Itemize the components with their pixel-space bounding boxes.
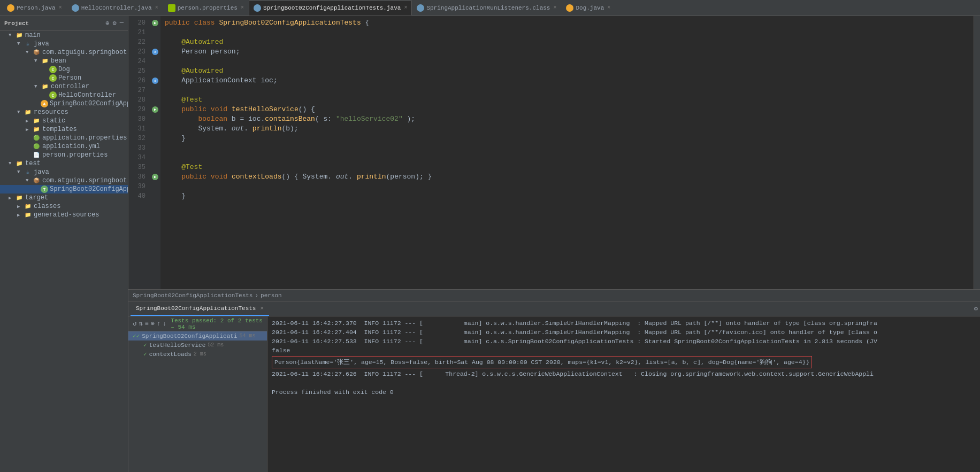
app-yml-icon: 🟢	[32, 143, 41, 150]
bottom-right-panel: 2021-06-11 16:42:27.370 INFO 11172 --- […	[267, 316, 980, 472]
code-line-25: @Autowired	[165, 66, 969, 76]
tree-item-app[interactable]: A SpringBoot02ConfigApplication	[0, 99, 128, 108]
gutter: ▶ ↺ ↺ ▶ ▶	[150, 16, 160, 289]
tree-item-java[interactable]: ▼ ☕ java	[0, 40, 128, 48]
tab-springboot-tests[interactable]: SpringBoot02ConfigApplicationTests.java …	[249, 1, 412, 16]
settings-icon[interactable]: ⚙	[113, 19, 117, 27]
person-class-icon: C	[49, 74, 57, 82]
code-line-39	[165, 182, 969, 191]
tree-item-dog[interactable]: C Dog	[0, 65, 128, 74]
tree-item-bean[interactable]: ▼ 📁 bean	[0, 57, 128, 65]
tree-item-classes[interactable]: ▶ 📁 classes	[0, 202, 128, 211]
code-line-33	[165, 143, 969, 153]
test2-time: 2 ms	[194, 351, 206, 357]
bottom-tab-tests[interactable]: SpringBoot02ConfigApplicationTests ×	[131, 302, 269, 316]
tab-hello-controller[interactable]: HelloController.java ×	[67, 1, 163, 16]
tree-item-gen-sources[interactable]: ▶ 📁 generated-sources	[0, 211, 128, 219]
editor-area: 20 21 22 23 24 25 26 27 28 29 30 31 32 3…	[128, 16, 980, 301]
tree-item-static[interactable]: ▶ 📁 static	[0, 117, 128, 125]
tree-item-person[interactable]: C Person	[0, 74, 128, 82]
code-line-23: Person person;	[165, 47, 969, 57]
test-suite-name: SpringBoot02ConfigApplicati	[142, 333, 237, 339]
bottom-settings-icon[interactable]: ⚙	[974, 305, 978, 313]
tree-area: ▼ 📁 main ▼ ☕ java ▼ 📦 com.atguigu.spring…	[0, 31, 128, 472]
java-src-icon: ☕	[24, 40, 32, 48]
tree-item-person-props[interactable]: 📄 person.properties	[0, 151, 128, 159]
test-sort-icon[interactable]: ⇅	[139, 320, 142, 328]
log-line-2: 2021-06-11 16:42:27.404 INFO 11172 --- […	[272, 328, 976, 337]
java-c-icon	[72, 4, 79, 12]
dog-icon	[566, 4, 573, 12]
test-expand-icon[interactable]: ⊕	[151, 320, 155, 328]
test-java-icon: ☕	[24, 168, 32, 176]
tree-item-controller[interactable]: ▼ 📁 controller	[0, 82, 128, 91]
code-line-22: @Autowired	[165, 37, 969, 47]
test-suite-row[interactable]: ✓ ✓ SpringBoot02ConfigApplicati 54 ms	[128, 331, 267, 341]
project-title: Project	[4, 20, 103, 27]
tab-label: Dog.java	[576, 5, 604, 11]
classes-folder-icon: 📁	[24, 203, 32, 210]
code-line-36: public void contextLoads() { System. out…	[165, 172, 969, 182]
tree-item-target[interactable]: ▶ 📁 target	[0, 194, 128, 202]
tab-spring-listeners[interactable]: SpringApplicationRunListeners.class ×	[412, 1, 561, 16]
run-marker-20[interactable]: ▶	[152, 20, 158, 26]
tab-person-props[interactable]: person.properties ×	[163, 1, 249, 16]
code-content[interactable]: public class SpringBoot02ConfigApplicati…	[160, 16, 974, 289]
tree-item-test[interactable]: ▼ 📁 test	[0, 159, 128, 168]
code-line-26: ApplicationContext ioc;	[165, 76, 969, 86]
project-panel: Project ⊕ ⚙ — ▼ 📁 main ▼ ☕ java	[0, 16, 128, 472]
test-hello-service-row[interactable]: ✓ testHelloService 52 ms	[128, 341, 267, 350]
test-results: ✓ ✓ SpringBoot02ConfigApplicati 54 ms ✓ …	[128, 331, 267, 472]
tree-item-package[interactable]: ▼ 📦 com.atguigu.springboot	[0, 48, 128, 57]
bottom-tab-label: SpringBoot02ConfigApplicationTests	[136, 305, 256, 312]
tree-item-hello-controller[interactable]: C HelloController	[0, 91, 128, 99]
bean-folder-icon: 📁	[41, 57, 49, 65]
package-icon: 📦	[32, 49, 41, 56]
tree-item-app-yml[interactable]: 🟢 application.yml	[0, 142, 128, 151]
code-line-21	[165, 28, 969, 37]
line-numbers: 20 21 22 23 24 25 26 27 28 29 30 31 32 3…	[128, 16, 150, 289]
log-highlight-line: Person{lastName='张三', age=15, Boss=false…	[272, 356, 812, 368]
refresh-marker-23[interactable]: ↺	[152, 49, 158, 55]
log-line-4: 2021-06-11 16:42:27.626 INFO 11172 --- […	[272, 369, 976, 378]
test-rerun-icon[interactable]: ↺	[133, 320, 136, 328]
scrollbar-right[interactable]	[974, 16, 980, 289]
tab-person-java[interactable]: Person.java ×	[2, 1, 67, 16]
controller-folder-icon: 📁	[41, 83, 49, 90]
tab-close[interactable]: ×	[241, 5, 244, 11]
tree-item-test-package[interactable]: ▼ 📦 com.atguigu.springboot	[0, 176, 128, 185]
tab-close[interactable]: ×	[553, 5, 556, 11]
test-up-icon[interactable]: ↑	[157, 320, 160, 328]
tab-close[interactable]: ×	[155, 5, 158, 11]
collapse-icon[interactable]: ⊕	[105, 19, 109, 27]
tab-close[interactable]: ×	[59, 5, 62, 11]
tree-item-app-props[interactable]: 🟢 application.properties	[0, 134, 128, 142]
tab-label: SpringApplicationRunListeners.class	[426, 5, 550, 11]
code-line-27	[165, 86, 969, 95]
test-package-icon: 📦	[32, 177, 41, 184]
test-suite-time: 54 ms	[239, 333, 255, 339]
tree-item-main[interactable]: ▼ 📁 main	[0, 31, 128, 40]
tree-item-resources[interactable]: ▼ 📁 resources	[0, 108, 128, 117]
minimize-icon[interactable]: —	[120, 19, 124, 27]
code-view: 20 21 22 23 24 25 26 27 28 29 30 31 32 3…	[128, 16, 980, 289]
run-marker-36[interactable]: ▶	[152, 174, 158, 180]
test-down-icon[interactable]: ↓	[163, 320, 166, 328]
bottom-tab-close[interactable]: ×	[260, 305, 264, 312]
test-filter-icon[interactable]: ≡	[144, 320, 148, 328]
tab-dog-java[interactable]: Dog.java ×	[561, 1, 615, 16]
tree-item-templates[interactable]: ▶ 📁 templates	[0, 125, 128, 134]
code-line-35: @Test	[165, 163, 969, 172]
run-marker-29[interactable]: ▶	[152, 106, 158, 113]
code-line-30: boolean b = ioc.containsBean( s: "helloS…	[165, 114, 969, 124]
tree-item-tests-class[interactable]: T SpringBoot02ConfigApplicationTests	[0, 185, 128, 194]
test-context-loads-row[interactable]: ✓ contextLoads 2 ms	[128, 350, 267, 359]
tab-close[interactable]: ×	[404, 5, 407, 11]
app-props-icon: 🟢	[32, 134, 41, 142]
tree-item-test-java[interactable]: ▼ ☕ java	[0, 168, 128, 176]
log-process-finished: Process finished with exit code 0	[272, 388, 976, 397]
tab-close[interactable]: ×	[607, 5, 610, 11]
bottom-left-panel: ↺ ⇅ ≡ ⊕ ↑ ↓ Tests passed: 2 of 2 tests –…	[128, 316, 267, 472]
refresh-marker-26[interactable]: ↺	[152, 78, 158, 84]
test-status: Tests passed: 2 of 2 tests – 54 ms	[171, 318, 263, 330]
